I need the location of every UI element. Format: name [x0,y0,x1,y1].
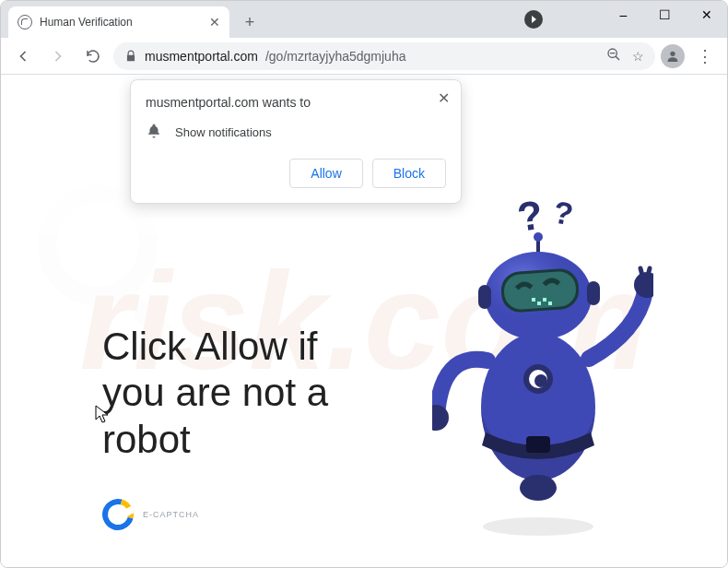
svg-rect-15 [548,302,552,305]
captcha-badge: E-CAPTCHA [102,499,199,530]
reload-button[interactable] [78,41,108,71]
svg-line-2 [616,56,619,60]
allow-button[interactable]: Allow [289,159,362,188]
url-domain: musmentportal.com [145,49,258,64]
svg-rect-17 [587,281,600,305]
page-headline: Click Allow if you are not a robot [102,324,328,463]
maximize-button[interactable]: ☐ [644,1,686,29]
new-tab-button[interactable]: + [237,9,263,35]
prompt-permission-label: Show notifications [175,125,272,139]
toolbar: musmentportal.com/go/mzrtayjyha5dgmjuha … [1,38,727,75]
url-path: /go/mzrtayjyha5dgmjuha [265,49,406,64]
browser-window: Human Verification ✕ + – ☐ ✕ musmentport… [0,0,728,568]
headline-line-2: you are not a [102,370,328,416]
svg-point-3 [670,51,675,55]
bookmark-star-icon[interactable]: ☆ [632,49,644,64]
svg-rect-12 [532,298,535,302]
svg-rect-13 [537,302,541,305]
address-bar[interactable]: musmentportal.com/go/mzrtayjyha5dgmjuha … [113,42,655,70]
svg-point-26 [483,517,593,536]
svg-text:?: ? [514,195,545,240]
prompt-close-icon[interactable]: ✕ [438,89,450,107]
titlebar: Human Verification ✕ + – ☐ ✕ [1,1,727,38]
zoom-icon[interactable] [606,47,621,65]
tab-close-icon[interactable]: ✕ [209,15,220,30]
minimize-button[interactable]: – [603,1,644,29]
lock-icon [124,50,137,63]
media-playing-icon[interactable] [524,10,543,29]
browser-tab[interactable]: Human Verification ✕ [8,6,229,38]
headline-line-3: robot [102,417,328,463]
globe-icon [18,15,32,30]
window-controls: – ☐ ✕ [603,1,727,29]
captcha-label: E-CAPTCHA [143,510,199,519]
notification-permission-prompt: ✕ musmentportal.com wants to Show notifi… [130,79,462,204]
svg-text:?: ? [551,195,576,232]
svg-point-7 [534,232,543,242]
svg-rect-16 [478,285,491,309]
cursor-icon [95,405,110,427]
svg-point-21 [534,374,547,387]
back-button[interactable] [8,41,38,71]
headline-line-1: Click Allow if [102,324,328,370]
robot-illustration: ? ? [432,195,653,545]
svg-rect-14 [543,298,546,302]
prompt-origin-text: musmentportal.com wants to [146,95,446,110]
page-content: risk.com ✕ musmentportal.com wants to Sh… [1,75,727,567]
menu-button[interactable]: ⋮ [690,41,720,71]
tab-title: Human Verification [40,16,202,29]
forward-button[interactable] [43,41,73,71]
window-close-button[interactable]: ✕ [686,1,727,29]
profile-avatar[interactable] [661,44,685,68]
captcha-ring-icon [97,493,139,536]
svg-point-25 [520,475,557,501]
bell-icon [146,123,162,142]
svg-point-23 [432,405,449,431]
block-button[interactable]: Block [372,159,446,188]
svg-rect-22 [526,436,550,453]
